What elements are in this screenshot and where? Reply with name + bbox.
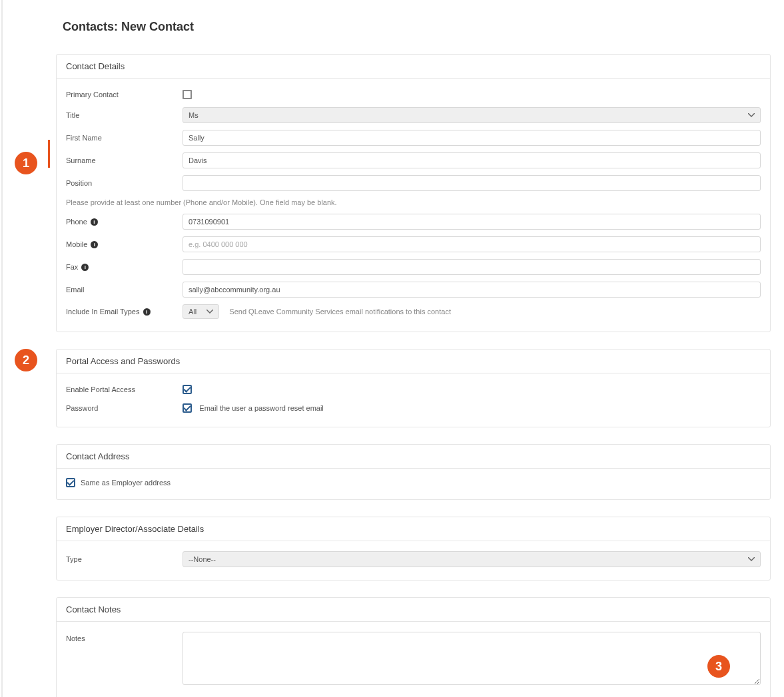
fax-label: Fax i [66, 263, 183, 272]
info-icon: i [91, 241, 98, 248]
phone-help-text: Please provide at least one number (Phon… [66, 194, 761, 210]
info-icon: i [81, 264, 89, 271]
password-label: Password [66, 404, 183, 412]
panel-portal-access: Portal Access and Passwords Enable Porta… [56, 349, 771, 427]
panel-contact-notes: Contact Notes Notes [56, 597, 771, 697]
same-as-employer-checkbox[interactable] [66, 478, 75, 487]
director-type-label: Type [66, 555, 183, 563]
annotation-marker-2: 2 [15, 349, 37, 371]
panel-director-details: Employer Director/Associate Details Type… [56, 517, 771, 581]
same-as-employer-label: Same as Employer address [81, 479, 171, 487]
panel-contact-details: Contact Details Primary Contact Title Ms… [56, 54, 771, 332]
annotation-line-1 [48, 140, 50, 168]
panel-header-portal: Portal Access and Passwords [57, 349, 770, 373]
include-email-select[interactable]: All [183, 304, 219, 319]
page-title: Contacts: New Contact [63, 20, 771, 34]
position-label: Position [66, 179, 183, 187]
include-email-help: Send QLeave Community Services email not… [229, 308, 451, 316]
first-name-label: First Name [66, 134, 183, 142]
annotation-marker-1: 1 [15, 152, 37, 174]
notes-textarea[interactable] [183, 632, 761, 685]
panel-header-contact-details: Contact Details [57, 55, 770, 79]
password-reset-text: Email the user a password reset email [199, 404, 323, 412]
panel-contact-address: Contact Address Same as Employer address [56, 444, 771, 500]
phone-label: Phone i [66, 218, 183, 226]
email-input[interactable] [183, 282, 761, 298]
primary-contact-checkbox[interactable] [183, 90, 192, 99]
primary-contact-label: Primary Contact [66, 91, 183, 99]
info-icon: i [91, 218, 98, 226]
director-type-select[interactable]: --None-- [183, 551, 761, 567]
password-reset-checkbox[interactable] [183, 403, 192, 413]
first-name-input[interactable] [183, 130, 761, 146]
info-icon: i [143, 308, 151, 316]
enable-portal-checkbox[interactable] [183, 385, 192, 394]
fax-input[interactable] [183, 259, 761, 275]
enable-portal-label: Enable Portal Access [66, 385, 183, 393]
surname-label: Surname [66, 156, 183, 164]
title-label: Title [66, 111, 183, 119]
annotation-marker-3: 3 [707, 655, 730, 678]
panel-header-address: Contact Address [57, 445, 770, 469]
title-select[interactable]: Ms [183, 107, 761, 123]
phone-input[interactable] [183, 214, 761, 230]
position-input[interactable] [183, 175, 761, 191]
mobile-input[interactable] [183, 236, 761, 252]
surname-input[interactable] [183, 152, 761, 168]
panel-header-director: Employer Director/Associate Details [57, 517, 770, 541]
include-email-label: Include In Email Types i [66, 308, 183, 316]
notes-label: Notes [66, 632, 183, 642]
mobile-label: Mobile i [66, 240, 183, 249]
panel-header-notes: Contact Notes [57, 598, 770, 622]
email-label: Email [66, 286, 183, 294]
